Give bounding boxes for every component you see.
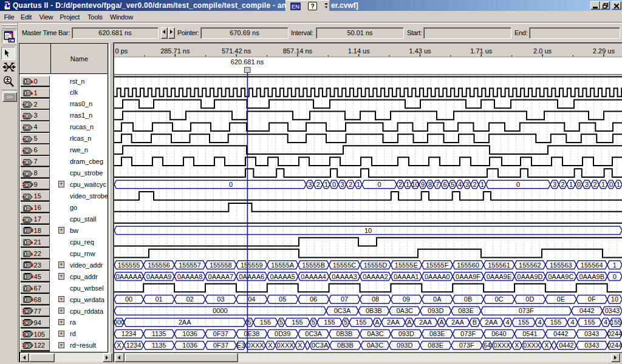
svg-text:0XXX: 0XXX: [247, 342, 265, 349]
svg-text:3: 3: [465, 181, 469, 188]
svg-text:X: X: [268, 342, 273, 349]
svg-text:1: 1: [617, 181, 620, 188]
svg-text:0AAA9C: 0AAA9C: [548, 273, 573, 280]
svg-text:o: o: [26, 103, 28, 107]
svg-text:0AAAA2: 0AAAA2: [363, 273, 388, 280]
svg-text:0000: 0000: [213, 307, 227, 314]
svg-text:5: 5: [248, 318, 251, 326]
svg-text:0C: 0C: [494, 295, 503, 303]
svg-text:o: o: [26, 309, 28, 314]
svg-text:155: 155: [292, 318, 302, 326]
svg-text:2: 2: [398, 181, 402, 188]
svg-text:0F: 0F: [588, 295, 596, 303]
svg-text:X: X: [544, 342, 549, 349]
svg-text:o: o: [26, 344, 28, 348]
svg-text:155558: 155558: [210, 261, 232, 269]
svg-text:5: 5: [312, 318, 315, 326]
svg-text:1135: 1135: [152, 342, 166, 349]
svg-text:0: 0: [609, 181, 613, 188]
svg-text:0AAAAA: 0AAAAA: [116, 273, 142, 280]
svg-text:0AAAA8: 0AAAA8: [177, 273, 203, 280]
svg-text:155: 155: [610, 318, 621, 326]
svg-text:0AAAA5: 0AAAA5: [270, 273, 295, 280]
svg-text:083E: 083E: [429, 330, 445, 337]
svg-text:3: 3: [340, 181, 344, 188]
svg-text:o: o: [26, 137, 28, 141]
svg-text:o: o: [26, 149, 28, 153]
svg-text:0XXX: 0XXX: [493, 342, 511, 349]
svg-text:15555A: 15555A: [271, 261, 295, 269]
svg-text:0B3B: 0B3B: [337, 330, 353, 337]
svg-text:15555C: 15555C: [333, 261, 357, 269]
svg-text:6: 6: [443, 181, 446, 188]
svg-text:2AA: 2AA: [387, 318, 400, 326]
svg-text:1: 1: [613, 261, 617, 269]
svg-text:0AAA9D: 0AAA9D: [517, 273, 542, 280]
svg-text:0640: 0640: [491, 330, 506, 337]
svg-text:0AAAA4: 0AAAA4: [301, 273, 326, 280]
svg-text:4: 4: [458, 181, 462, 188]
svg-text:o: o: [26, 332, 28, 337]
svg-text:1036: 1036: [182, 342, 197, 349]
svg-text:4: 4: [538, 318, 541, 326]
svg-text:07: 07: [341, 295, 348, 303]
svg-text:15555D: 15555D: [364, 261, 388, 269]
svg-text:0A: 0A: [433, 295, 442, 303]
svg-text:3: 3: [553, 181, 556, 188]
svg-text:0AAAA1: 0AAAA1: [394, 273, 419, 280]
svg-text:2.0 us: 2.0 us: [533, 47, 552, 55]
svg-text:0D39: 0D39: [275, 330, 290, 337]
svg-text:X: X: [117, 342, 121, 349]
svg-text:01: 01: [155, 295, 162, 303]
svg-text:1036: 1036: [182, 330, 197, 337]
svg-text:0244: 0244: [607, 330, 622, 337]
svg-text:285.71 ns: 285.71 ns: [160, 47, 190, 55]
svg-text:0E: 0E: [557, 295, 565, 303]
svg-text:10: 10: [411, 181, 419, 188]
svg-text:155560: 155560: [457, 261, 479, 269]
svg-text:073F: 073F: [459, 342, 474, 349]
svg-text:08: 08: [372, 295, 379, 303]
svg-text:1: 1: [357, 181, 360, 188]
svg-text:5: 5: [451, 181, 454, 188]
svg-text:A: A: [439, 318, 444, 326]
svg-text:1.14 us: 1.14 us: [348, 47, 371, 55]
svg-text:083E: 083E: [428, 342, 443, 349]
svg-text:X: X: [298, 342, 302, 349]
svg-text:0F37: 0F37: [213, 342, 228, 349]
svg-text:0E38: 0E38: [244, 330, 259, 337]
svg-text:0AAA9E: 0AAA9E: [487, 273, 512, 280]
svg-text:155557: 155557: [179, 261, 201, 269]
svg-text:0D: 0D: [525, 295, 534, 303]
svg-text:0A3C: 0A3C: [367, 330, 384, 337]
svg-text:0B: 0B: [464, 295, 472, 303]
svg-text:0: 0: [332, 181, 336, 188]
svg-text:155: 155: [518, 318, 529, 326]
svg-text:1234: 1234: [121, 330, 136, 337]
svg-text:155: 155: [550, 318, 561, 326]
svg-text:155556: 155556: [148, 261, 170, 269]
svg-text:0AAAA6: 0AAAA6: [239, 273, 265, 280]
svg-text:9: 9: [421, 181, 425, 188]
svg-text:0XXX: 0XXX: [276, 342, 294, 349]
svg-text:10: 10: [611, 295, 618, 303]
svg-text:093D: 093D: [398, 330, 414, 337]
svg-text:0C3A: 0C3A: [305, 330, 322, 337]
svg-text:2: 2: [593, 181, 596, 188]
svg-text:1.71 us: 1.71 us: [470, 47, 493, 55]
svg-text:000: 000: [114, 318, 125, 326]
svg-text:1: 1: [480, 181, 484, 188]
svg-text:2: 2: [473, 181, 476, 188]
svg-text:1.43 us: 1.43 us: [409, 47, 431, 55]
svg-text:o: o: [26, 195, 28, 199]
svg-text:155: 155: [260, 318, 271, 326]
svg-text:0XXX: 0XXX: [523, 342, 541, 349]
svg-text:E3: E3: [237, 342, 245, 349]
svg-text:0442: 0442: [553, 330, 568, 337]
svg-text:073F: 073F: [519, 307, 534, 314]
svg-text:5: 5: [344, 318, 347, 326]
svg-text:0AAA9B: 0AAA9B: [579, 273, 604, 280]
svg-text:155563: 155563: [550, 261, 572, 269]
svg-text:155561: 155561: [488, 261, 510, 269]
svg-text:0: 0: [577, 181, 581, 188]
